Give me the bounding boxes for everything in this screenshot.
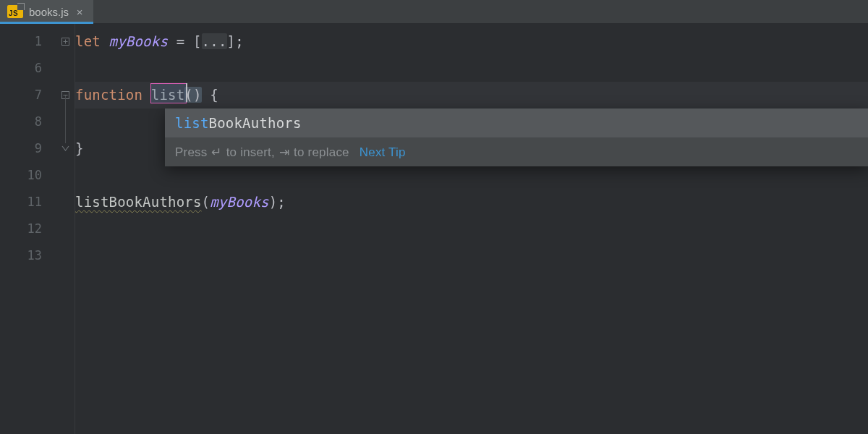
line-number: 12 — [0, 216, 56, 242]
line-number: 7 — [0, 82, 56, 109]
line-number: 6 — [0, 55, 56, 82]
editor[interactable]: 1 6 7 8 9 10 11 12 13 let myBooks = [...… — [0, 24, 868, 434]
line-number: 1 — [0, 28, 56, 55]
completion-popup: listBookAuthors Press ↵ to insert, ⇥ to … — [165, 109, 868, 166]
tab-books-js[interactable]: JS books.js × — [0, 0, 93, 23]
enter-key-icon: ↵ — [211, 139, 221, 166]
line-number: 13 — [0, 242, 56, 269]
line-number: 11 — [0, 189, 56, 216]
code-line[interactable] — [75, 242, 868, 269]
completion-hint: Press ↵ to insert, ⇥ to replace Next Tip — [165, 137, 868, 166]
tab-key-icon: ⇥ — [279, 139, 289, 166]
line-number-gutter: 1 6 7 8 9 10 11 12 13 — [0, 24, 56, 434]
rename-target[interactable]: list — [151, 87, 185, 103]
js-file-icon: JS — [7, 5, 23, 18]
code-line[interactable] — [75, 216, 868, 242]
tab-label: books.js — [29, 0, 69, 24]
code-line[interactable]: function list() { — [75, 82, 868, 109]
code-line[interactable] — [75, 55, 868, 82]
fold-expand-icon[interactable] — [56, 28, 75, 55]
fold-gutter — [56, 24, 75, 434]
close-icon[interactable]: × — [75, 7, 85, 17]
code-line[interactable]: listBookAuthors(myBooks); — [75, 189, 868, 216]
completion-item[interactable]: listBookAuthors — [165, 109, 868, 137]
tab-strip: JS books.js × — [0, 0, 868, 24]
code-line[interactable]: let myBooks = [...]; — [75, 28, 868, 55]
line-number: 8 — [0, 109, 56, 135]
line-number: 10 — [0, 162, 56, 189]
next-tip-link[interactable]: Next Tip — [359, 139, 406, 166]
code-area[interactable]: let myBooks = [...]; function list() { }… — [75, 24, 868, 434]
line-number: 9 — [0, 135, 56, 162]
